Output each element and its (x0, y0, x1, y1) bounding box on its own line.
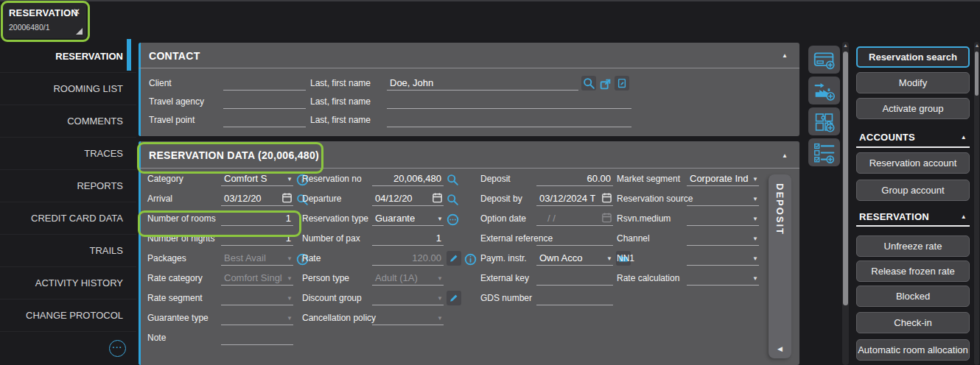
discount-group-edit-button[interactable] (447, 291, 461, 305)
number-of-pax-field[interactable]: 1 (372, 230, 444, 246)
cancellation-policy-field[interactable]: ▼ (372, 310, 444, 325)
reservation-no-field[interactable]: 20,006,480 (372, 171, 459, 186)
deposit-field[interactable]: 60.00 (536, 171, 613, 186)
external-reference-field[interactable] (536, 230, 613, 246)
open-external-icon[interactable] (599, 78, 612, 91)
sidebar-item-change-protocol[interactable]: CHANGE PROTOCOL (0, 300, 136, 332)
modify-button[interactable]: Modify (856, 72, 970, 93)
gds-number-field[interactable] (536, 290, 613, 305)
collapse-up-icon[interactable]: ▲ (782, 52, 788, 59)
travel-point-name-field[interactable] (387, 112, 631, 127)
chevron-down-icon[interactable]: ▼ (752, 196, 758, 204)
activate-group-button[interactable]: Activate group (856, 98, 970, 119)
chevron-down-icon[interactable]: ▼ (752, 255, 758, 263)
check-in-button[interactable]: Check-in (856, 312, 970, 333)
packages-field[interactable]: Best Avail▼ (221, 250, 309, 266)
collapse-left-icon[interactable]: ◀ (777, 345, 783, 352)
calendar-icon[interactable] (281, 192, 293, 203)
chevron-down-icon[interactable]: ▼ (752, 176, 758, 184)
travel-agency-code-field[interactable] (223, 93, 306, 109)
guarantee-type-field[interactable]: ▼ (221, 310, 293, 325)
sidebar-item-activity-history[interactable]: ACTIVITY HISTORY (0, 267, 136, 300)
rsvn-medium-field[interactable]: ▼ (687, 210, 759, 226)
arrival-field[interactable]: 03/12/20 (221, 191, 309, 206)
chevron-down-icon[interactable]: ▼ (752, 235, 758, 244)
reservation-section-header[interactable]: RESERVATION ▲ (859, 209, 967, 224)
chevron-down-icon: ▼ (437, 315, 443, 323)
reservation-source-field[interactable]: ▼ (687, 191, 759, 206)
right-scrollbar-thumb[interactable] (975, 52, 979, 96)
add-credit-card-button[interactable] (808, 46, 840, 74)
search-icon[interactable] (447, 174, 459, 186)
nn1-field[interactable]: ▼ (687, 250, 759, 266)
external-key-field[interactable] (536, 270, 613, 286)
channel-field[interactable]: ▼ (687, 230, 759, 246)
reservation-type-field[interactable]: Guarante▼ (372, 210, 459, 226)
rate-calculation-field[interactable]: ▼ (687, 270, 759, 286)
unfreeze-rate-button[interactable]: Unfreeze rate (856, 235, 970, 257)
category-field[interactable]: Comfort S▼ (221, 171, 309, 186)
chevron-down-icon[interactable]: ▼ (752, 216, 758, 224)
chevron-down-icon[interactable]: ▼ (287, 176, 293, 184)
add-package-button[interactable] (808, 107, 840, 135)
chevron-down-icon[interactable]: ▼ (437, 216, 443, 224)
departure-field[interactable]: 04/12/20 (372, 191, 459, 206)
ellipsis-circle-icon[interactable] (447, 213, 459, 226)
note-field[interactable] (221, 330, 293, 345)
travel-agency-name-field[interactable] (387, 93, 631, 109)
sidebar-item-rooming-list[interactable]: ROOMING LIST (0, 73, 136, 105)
sidebar-item-reservation[interactable]: RESERVATION (0, 40, 136, 73)
tab-corner-handle[interactable] (76, 28, 83, 35)
chevron-down-icon[interactable]: ▼ (752, 275, 758, 283)
person-type-field[interactable]: Adult (1A)▼ (372, 270, 444, 286)
client-name-field[interactable]: Doe, John (387, 75, 629, 91)
add-trace-button[interactable] (808, 138, 840, 166)
option-date-field[interactable]: / / (536, 210, 613, 226)
market-segment-field[interactable]: Corporate Ind▼ (687, 171, 759, 186)
add-group-checkin-button[interactable] (808, 77, 840, 104)
deposit-by-field[interactable]: 03/12/2024 T (536, 191, 613, 206)
group-account-button[interactable]: Group account (856, 180, 970, 201)
rate-category-field[interactable]: Comfort Singl▼ (221, 270, 293, 286)
blocked-button[interactable]: Blocked (856, 286, 970, 307)
note-label: Note (147, 333, 166, 343)
collapse-up-icon[interactable]: ▲ (782, 152, 788, 159)
calendar-icon[interactable] (601, 192, 612, 203)
reservation-type-label: Reservation type (302, 213, 368, 224)
reservation-tab[interactable]: RESERVATION ✕ 20006480/1 (2, 2, 86, 38)
client-profile-edit-button[interactable] (615, 76, 629, 91)
client-code-field[interactable] (223, 75, 306, 91)
travel-point-label: Travel point (149, 115, 195, 125)
scroll-up-icon[interactable]: ▲ (975, 43, 980, 48)
deposit-side-tab[interactable]: DEPOSIT ◀ (769, 174, 791, 358)
sidebar-more-button[interactable]: ··· (109, 340, 126, 357)
reservation-account-button[interactable]: Reservation account (856, 152, 970, 174)
travel-point-code-field[interactable] (223, 112, 306, 127)
sidebar-item-comments[interactable]: COMMENTS (0, 105, 136, 138)
automatic-room-allocation-button[interactable]: Automatic room allocation (856, 339, 970, 361)
chevron-down-icon[interactable]: ▼ (606, 255, 612, 263)
info-icon[interactable] (464, 253, 477, 266)
client-name-label: Last, first name (310, 78, 371, 88)
calendar-icon[interactable] (432, 192, 443, 203)
rate-edit-button[interactable] (447, 251, 461, 266)
scroll-up-icon[interactable]: ▲ (843, 43, 848, 48)
rate-segment-field[interactable]: ▼ (221, 290, 293, 305)
number-of-rooms-field[interactable]: 1 (221, 210, 293, 226)
number-of-nights-field[interactable]: 1 (221, 230, 293, 246)
search-icon[interactable] (447, 194, 459, 206)
main-scrollbar-thumb[interactable] (843, 52, 848, 305)
sidebar-item-credit-card-data[interactable]: CREDIT CARD DATA (0, 202, 136, 235)
sidebar-item-trails[interactable]: TRAILS (0, 235, 136, 267)
accounts-section-header[interactable]: ACCOUNTS ▲ (859, 130, 967, 144)
reservation-search-button[interactable]: Reservation search (856, 46, 970, 68)
collapse-up-icon[interactable]: ▲ (961, 134, 967, 141)
collapse-up-icon[interactable]: ▲ (961, 213, 967, 220)
sidebar-item-reports[interactable]: REPORTS (0, 170, 136, 202)
discount-group-field[interactable]: ▼ (372, 290, 461, 305)
sidebar-item-traces[interactable]: TRACES (0, 138, 136, 170)
rate-field[interactable]: 120.00 (372, 250, 477, 266)
close-icon[interactable]: ✕ (73, 7, 80, 17)
release-frozen-rate-button[interactable]: Release frozen rate (856, 261, 970, 282)
client-search-button[interactable] (581, 76, 596, 91)
